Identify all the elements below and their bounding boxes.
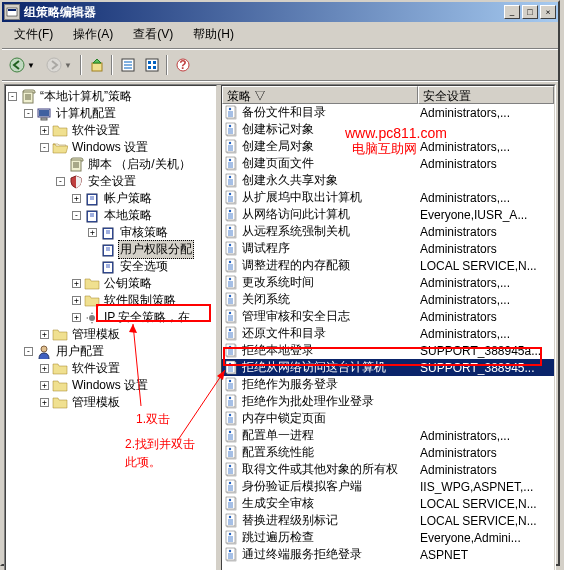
policy-row[interactable]: 拒绝作为服务登录 [222, 376, 554, 393]
tree-expander[interactable]: - [24, 109, 33, 118]
policy-name: 创建永久共享对象 [242, 172, 338, 189]
policy-row[interactable]: 创建永久共享对象 [222, 172, 554, 189]
tree-panel[interactable]: -“本地计算机”策略-计算机配置+软件设置-Windows 设置脚本 （启动/关… [5, 85, 217, 570]
policy-row[interactable]: 拒绝作为批处理作业登录 [222, 393, 554, 410]
help-button[interactable]: ? [171, 54, 194, 76]
policy-row[interactable]: 拒绝从网络访问这台计算机SUPPORT_388945... [222, 359, 554, 376]
svg-point-107 [229, 260, 231, 262]
tree-icon [84, 276, 100, 292]
policy-row[interactable]: 调整进程的内存配额LOCAL SERVICE,N... [222, 257, 554, 274]
policy-row[interactable]: 身份验证后模拟客户端IIS_WPG,ASPNET,... [222, 478, 554, 495]
menu-help[interactable]: 帮助(H) [185, 24, 242, 45]
maximize-button[interactable]: □ [522, 5, 538, 19]
tree-node[interactable]: -用户配置 [8, 343, 214, 360]
policy-row[interactable]: 配置系统性能Administrators [222, 444, 554, 461]
policy-row[interactable]: 拒绝本地登录SUPPORT_388945a... [222, 342, 554, 359]
policy-row[interactable]: 从扩展坞中取出计算机Administrators,... [222, 189, 554, 206]
svg-rect-4 [92, 63, 102, 71]
tree-expander[interactable]: + [72, 296, 81, 305]
policy-setting: Administrators [418, 310, 554, 324]
policy-row[interactable]: 调试程序Administrators [222, 240, 554, 257]
tree-expander[interactable]: - [56, 177, 65, 186]
column-policy[interactable]: 策略 ▽ [222, 86, 418, 104]
back-button[interactable]: ▼ [4, 54, 40, 76]
tree-expander[interactable]: - [72, 211, 81, 220]
menu-view[interactable]: 查看(V) [125, 24, 181, 45]
policy-row[interactable]: 通过终端服务拒绝登录ASPNET [222, 546, 554, 563]
policy-row[interactable]: 跳过遍历检查Everyone,Admini... [222, 529, 554, 546]
tree-node[interactable]: +IP 安全策略，在 [8, 309, 214, 326]
policy-row[interactable]: 管理审核和安全日志Administrators [222, 308, 554, 325]
tree-label: 公钥策略 [102, 275, 154, 292]
tree-node[interactable]: +软件限制策略 [8, 292, 214, 309]
menu-action[interactable]: 操作(A) [65, 24, 121, 45]
tree-node[interactable]: +软件设置 [8, 360, 214, 377]
tree-node[interactable]: -安全设置 [8, 173, 214, 190]
up-button[interactable] [85, 54, 108, 76]
tree-node[interactable]: -计算机配置 [8, 105, 214, 122]
tree-label: 安全选项 [118, 258, 170, 275]
policy-row[interactable]: 配置单一进程Administrators,... [222, 427, 554, 444]
list-body[interactable]: 备份文件和目录Administrators,...创建标记对象创建全局对象Adm… [222, 104, 554, 570]
minimize-button[interactable]: _ [504, 5, 520, 19]
policy-row[interactable]: 更改系统时间Administrators,... [222, 274, 554, 291]
tree-expander[interactable]: + [40, 381, 49, 390]
tree-node[interactable]: -本地策略 [8, 207, 214, 224]
policy-row[interactable]: 从远程系统强制关机Administrators [222, 223, 554, 240]
policy-row[interactable]: 备份文件和目录Administrators,... [222, 104, 554, 121]
close-button[interactable]: × [540, 5, 556, 19]
tree-expander[interactable]: - [24, 347, 33, 356]
policy-row[interactable]: 创建页面文件Administrators [222, 155, 554, 172]
policy-icon [224, 326, 240, 342]
svg-point-48 [41, 346, 47, 352]
tree-expander[interactable]: + [40, 364, 49, 373]
tree-expander[interactable]: + [72, 194, 81, 203]
tree-expander[interactable]: - [40, 143, 49, 152]
policy-row[interactable]: 关闭系统Administrators,... [222, 291, 554, 308]
tree-expander[interactable]: + [40, 330, 49, 339]
policy-setting: LOCAL SERVICE,N... [418, 259, 554, 273]
policy-row[interactable]: 替换进程级别标记LOCAL SERVICE,N... [222, 512, 554, 529]
policy-row[interactable]: 创建全局对象Administrators,... [222, 138, 554, 155]
tree-node[interactable]: 安全选项 [8, 258, 214, 275]
forward-button[interactable]: ▼ [41, 54, 77, 76]
policy-setting: Everyone,IUSR_A... [418, 208, 554, 222]
tree-node[interactable]: -“本地计算机”策略 [8, 88, 214, 105]
tree-node[interactable]: +管理模板 [8, 394, 214, 411]
tree-expander[interactable]: + [40, 126, 49, 135]
tree-expander[interactable]: - [8, 92, 17, 101]
menu-file[interactable]: 文件(F) [6, 24, 61, 45]
svg-point-47 [89, 315, 95, 321]
refresh-button[interactable] [140, 54, 163, 76]
policy-row[interactable]: 还原文件和目录Administrators,... [222, 325, 554, 342]
tree-node[interactable]: +公钥策略 [8, 275, 214, 292]
policy-row[interactable]: 生成安全审核LOCAL SERVICE,N... [222, 495, 554, 512]
tree-node[interactable]: +Windows 设置 [8, 377, 214, 394]
tree-expander[interactable]: + [40, 398, 49, 407]
tree-icon [68, 157, 84, 173]
tree-label: 软件设置 [70, 122, 122, 139]
titlebar[interactable]: 组策略编辑器 _ □ × [2, 2, 558, 22]
tree-expander[interactable]: + [88, 228, 97, 237]
tree-node[interactable]: +审核策略 [8, 224, 214, 241]
annotation-step1: 1.双击 [136, 411, 170, 428]
policy-row[interactable]: 取得文件或其他对象的所有权Administrators [222, 461, 554, 478]
policy-row[interactable]: 创建标记对象 [222, 121, 554, 138]
tree-icon [84, 191, 100, 207]
column-security[interactable]: 安全设置 [418, 86, 554, 104]
policy-row[interactable]: 从网络访问此计算机Everyone,IUSR_A... [222, 206, 554, 223]
tree-node[interactable]: 脚本 （启动/关机） [8, 156, 214, 173]
tree-expander[interactable]: + [72, 313, 81, 322]
tree-icon [52, 378, 68, 394]
svg-rect-1 [8, 9, 16, 11]
svg-rect-11 [153, 61, 156, 64]
tree-node[interactable]: 用户权限分配 [8, 241, 214, 258]
tree-node[interactable]: -Windows 设置 [8, 139, 214, 156]
policy-row[interactable]: 内存中锁定页面 [222, 410, 554, 427]
properties-button[interactable] [116, 54, 139, 76]
tree-node[interactable]: +软件设置 [8, 122, 214, 139]
tree-node[interactable]: +帐户策略 [8, 190, 214, 207]
policy-setting: SUPPORT_388945... [418, 361, 554, 375]
tree-expander[interactable]: + [72, 279, 81, 288]
tree-node[interactable]: +管理模板 [8, 326, 214, 343]
